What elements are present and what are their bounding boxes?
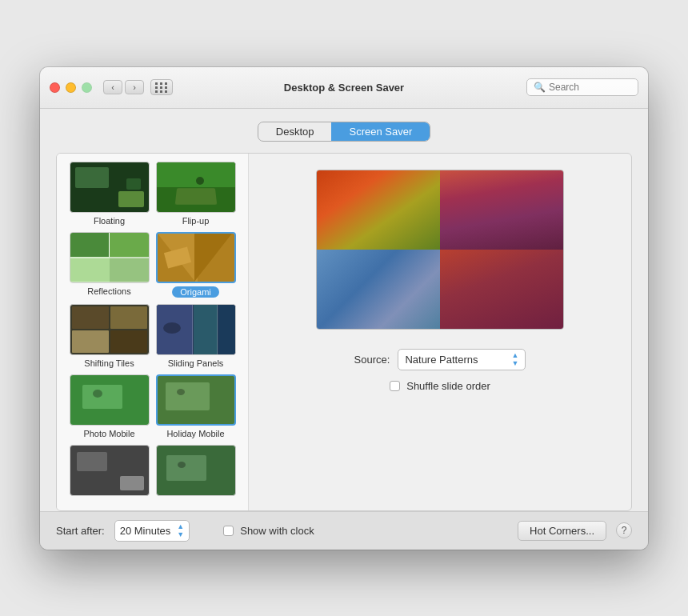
- ss-row-3: Shifting Tiles Sliding Panels: [65, 304, 240, 368]
- search-icon: 🔍: [534, 82, 546, 93]
- bottom-bar: Start after: 20 Minutes ▲ ▼ Show with cl…: [40, 511, 648, 550]
- ss-item-sliding-panels[interactable]: Sliding Panels: [156, 304, 236, 368]
- mosaic-cell-3: [317, 250, 440, 329]
- main-window: ‹ › Desktop & Screen Saver 🔍 Desktop Scr…: [40, 67, 648, 550]
- show-clock-label: Show with clock: [240, 525, 314, 537]
- ss-label-floating: Floating: [94, 216, 125, 226]
- shuffle-checkbox[interactable]: [390, 381, 400, 391]
- ss-thumb-bottom2: [156, 445, 236, 496]
- start-after-label: Start after:: [56, 525, 105, 537]
- stepper-down-icon: ▼: [511, 360, 518, 367]
- ss-label-shifting-tiles: Shifting Tiles: [84, 358, 134, 368]
- ss-item-floating[interactable]: Floating: [70, 162, 150, 226]
- maximize-button[interactable]: [82, 82, 92, 93]
- ss-thumb-reflections: [70, 232, 150, 283]
- forward-button[interactable]: ›: [125, 80, 144, 94]
- show-clock-row: Show with clock: [223, 525, 314, 537]
- tab-desktop[interactable]: Desktop: [258, 122, 332, 141]
- ss-label-flipup: Flip-up: [182, 216, 210, 226]
- source-select[interactable]: Nature Patterns ▲ ▼: [398, 349, 526, 370]
- stepper-up-icon: ▲: [511, 352, 518, 359]
- ss-label-reflections: Reflections: [87, 286, 130, 296]
- source-label: Source:: [354, 354, 390, 366]
- ss-thumb-origami: [156, 232, 236, 283]
- ss-item-holiday-mobile[interactable]: Holiday Mobile: [156, 374, 236, 438]
- time-stepper-up-icon: ▲: [177, 523, 184, 530]
- grid-view-button[interactable]: [150, 79, 173, 95]
- back-button[interactable]: ‹: [103, 80, 122, 94]
- time-value: 20 Minutes: [120, 525, 171, 537]
- main-panel: Floating Flip-up: [56, 153, 632, 511]
- tab-group: Desktop Screen Saver: [258, 122, 430, 142]
- close-button[interactable]: [50, 82, 60, 93]
- ss-item-shifting-tiles[interactable]: Shifting Tiles: [70, 304, 150, 368]
- ss-thumb-flipup: [156, 162, 236, 213]
- hot-corners-button[interactable]: Hot Corners...: [518, 521, 606, 541]
- ss-thumb-photo-mobile: [70, 374, 150, 426]
- ss-thumb-sliding-panels: [156, 304, 236, 355]
- shuffle-label: Shuffle slide order: [406, 380, 490, 392]
- source-row: Source: Nature Patterns ▲ ▼: [354, 349, 526, 370]
- tab-screensaver[interactable]: Screen Saver: [331, 122, 430, 141]
- ss-row-4: Photo Mobile Holiday Mobile: [65, 374, 240, 438]
- ss-label-holiday-mobile: Holiday Mobile: [166, 429, 224, 438]
- time-stepper-down-icon: ▼: [177, 531, 184, 538]
- nav-buttons: ‹ ›: [103, 80, 144, 94]
- tab-segment: Desktop Screen Saver: [56, 122, 632, 142]
- titlebar: ‹ › Desktop & Screen Saver 🔍: [40, 67, 648, 109]
- source-value: Nature Patterns: [405, 354, 478, 366]
- screensaver-list: Floating Flip-up: [57, 154, 249, 510]
- ss-label-origami: Origami: [172, 286, 219, 298]
- help-button[interactable]: ?: [616, 522, 632, 538]
- ss-row-1: Floating Flip-up: [65, 162, 240, 226]
- ss-thumb-floating: [70, 162, 150, 213]
- mosaic-cell-4: [440, 250, 563, 329]
- preview-panel: Source: Nature Patterns ▲ ▼ Shuffle slid…: [249, 154, 631, 510]
- ss-label-sliding-panels: Sliding Panels: [168, 358, 224, 368]
- search-box[interactable]: 🔍: [526, 78, 638, 96]
- show-clock-checkbox[interactable]: [223, 526, 234, 536]
- ss-row-5: [65, 445, 240, 496]
- grid-dots-icon: [155, 82, 168, 93]
- ss-thumb-bottom1: [70, 445, 150, 496]
- mosaic-cell-2: [440, 170, 563, 250]
- ss-item-reflections[interactable]: Reflections: [70, 232, 150, 298]
- mosaic-cell-1: [317, 170, 440, 250]
- minimize-button[interactable]: [66, 82, 76, 93]
- ss-item-origami[interactable]: Origami: [156, 232, 236, 298]
- search-input[interactable]: [549, 82, 629, 93]
- preview-mosaic: [317, 170, 563, 329]
- content-area: Desktop Screen Saver Floating: [40, 109, 648, 511]
- ss-label-photo-mobile: Photo Mobile: [83, 429, 134, 438]
- ss-item-photo-mobile[interactable]: Photo Mobile: [70, 374, 150, 438]
- ss-thumb-holiday-mobile: [156, 374, 236, 426]
- traffic-lights: [50, 82, 92, 93]
- ss-item-bottom2[interactable]: [156, 445, 236, 496]
- time-select[interactable]: 20 Minutes ▲ ▼: [114, 520, 190, 542]
- preview-image: [316, 170, 564, 330]
- window-title: Desktop & Screen Saver: [284, 82, 404, 94]
- ss-item-flipup[interactable]: Flip-up: [156, 162, 236, 226]
- ss-item-bottom1[interactable]: [70, 445, 150, 496]
- ss-row-2: Reflections Origami: [65, 232, 240, 298]
- shuffle-row: Shuffle slide order: [390, 380, 490, 392]
- ss-thumb-shifting-tiles: [70, 304, 150, 355]
